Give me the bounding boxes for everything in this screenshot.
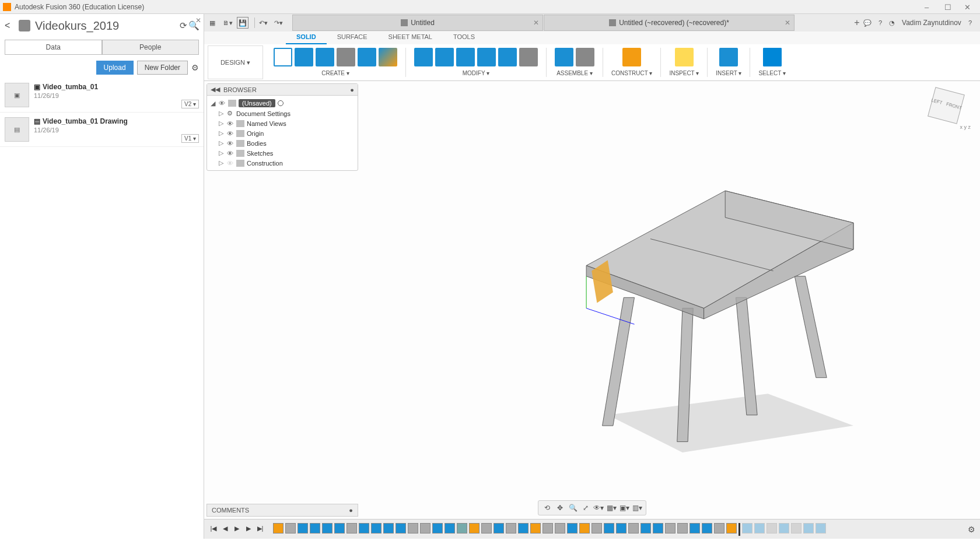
select-icon[interactable] — [763, 48, 782, 66]
chamfer-icon[interactable] — [456, 48, 475, 66]
file-item[interactable]: ▣ ▣Video_tumba_01 11/26/19 V2 ▾ — [0, 78, 204, 113]
zoom-icon[interactable]: 🔍 — [568, 503, 578, 513]
file-version-dropdown[interactable]: V2 ▾ — [181, 100, 199, 108]
timeline-feature[interactable] — [310, 523, 320, 534]
browser-collapse-icon[interactable]: ◀◀ — [211, 86, 220, 93]
draft-icon[interactable] — [498, 48, 517, 66]
ribbon-label[interactable]: CREATE ▾ — [321, 70, 349, 76]
browser-node[interactable]: ▷⚙Document Settings — [208, 108, 356, 118]
ribbon-label[interactable]: INSERT ▾ — [716, 70, 741, 76]
help-icon[interactable]: ? — [878, 19, 882, 26]
timeline-feature[interactable] — [653, 523, 663, 534]
timeline-feature[interactable] — [779, 523, 789, 534]
redo-icon[interactable]: ↷▾ — [272, 17, 284, 29]
back-icon[interactable]: < — [5, 20, 14, 31]
browser-node[interactable]: ▷👁Named Views — [208, 118, 356, 128]
revolve-icon[interactable] — [316, 48, 334, 66]
timeline-next-button[interactable]: ▶ — [244, 525, 253, 534]
timeline-feature[interactable] — [298, 523, 308, 534]
pan-icon[interactable]: ✥ — [555, 503, 565, 513]
timeline-feature[interactable] — [628, 523, 639, 534]
file-item[interactable]: ▤ ▤Video_tumba_01 Drawing 11/26/19 V1 ▾ — [0, 113, 204, 147]
file-menu-icon[interactable]: 🗎▾ — [222, 17, 233, 29]
timeline-feature[interactable] — [371, 523, 382, 534]
tab-close-icon[interactable]: ✕ — [533, 19, 539, 27]
timeline-feature[interactable] — [481, 523, 492, 534]
panel-close-icon[interactable]: ✕ — [195, 16, 201, 24]
ribbon-tab-sheetmetal[interactable]: SHEET METAL — [378, 31, 443, 44]
move-icon[interactable] — [519, 48, 538, 66]
viewcube-face-front[interactable]: FRONT — [946, 101, 963, 111]
file-version-dropdown[interactable]: V1 ▾ — [181, 134, 199, 143]
orbit-icon[interactable]: ⟲ — [542, 503, 552, 513]
timeline-feature[interactable] — [677, 523, 688, 534]
viewcube-face-left[interactable]: LEFT — [930, 97, 943, 106]
timeline-feature[interactable] — [742, 523, 752, 534]
timeline-last-button[interactable]: ▶| — [256, 525, 265, 534]
timeline-feature[interactable] — [726, 523, 737, 534]
browser-node[interactable]: ▷👁Sketches — [208, 148, 356, 158]
ribbon-tab-tools[interactable]: TOOLS — [443, 31, 485, 44]
doc-tab[interactable]: Untitled ✕ — [292, 15, 543, 31]
user-name[interactable]: Vadim Zaynutdinov — [902, 19, 961, 27]
timeline-feature[interactable] — [690, 523, 700, 534]
timeline-feature[interactable] — [665, 523, 676, 534]
doc-tab[interactable]: Untitled (~recovered) (~recovered)* ✕ — [544, 15, 794, 31]
job-status-icon[interactable]: ◔ — [889, 19, 895, 27]
timeline-feature[interactable] — [518, 523, 528, 534]
new-folder-button[interactable]: New Folder — [137, 61, 188, 75]
press-pull-icon[interactable] — [414, 48, 433, 66]
new-component-icon[interactable] — [555, 48, 573, 66]
insert-icon[interactable] — [719, 48, 738, 66]
timeline-feature[interactable] — [285, 523, 296, 534]
save-icon[interactable]: 💾 — [237, 17, 249, 29]
timeline-feature[interactable] — [494, 523, 504, 534]
timeline-feature[interactable] — [408, 523, 418, 534]
undo-icon[interactable]: ↶▾ — [257, 17, 269, 29]
timeline-feature[interactable] — [457, 523, 467, 534]
timeline-feature[interactable] — [273, 523, 284, 534]
timeline-first-button[interactable]: |◀ — [209, 525, 218, 534]
comments-pin-icon[interactable]: ● — [349, 507, 353, 514]
ribbon-tab-surface[interactable]: SURFACE — [327, 31, 378, 44]
timeline-feature[interactable] — [444, 523, 455, 534]
viewports-icon[interactable]: ▥▾ — [632, 503, 642, 513]
help2-icon[interactable]: ? — [968, 19, 972, 26]
comments-panel[interactable]: COMMENTS ● — [206, 504, 358, 517]
timeline-feature[interactable] — [714, 523, 724, 534]
sweep-icon[interactable] — [337, 48, 355, 66]
browser-node[interactable]: ▷👁Construction — [208, 158, 356, 168]
timeline-feature[interactable] — [640, 523, 651, 534]
panel-settings-icon[interactable]: ⚙ — [191, 63, 199, 72]
browser-node[interactable]: ▷👁Bodies — [208, 138, 356, 148]
timeline-feature[interactable] — [359, 523, 369, 534]
ribbon-label[interactable]: MODIFY ▾ — [463, 70, 489, 76]
timeline-feature[interactable] — [803, 523, 814, 534]
ribbon-label[interactable]: INSPECT ▾ — [669, 70, 699, 76]
ribbon-label[interactable]: SELECT ▾ — [758, 70, 786, 76]
timeline-feature[interactable] — [816, 523, 826, 534]
timeline-feature[interactable] — [542, 523, 553, 534]
canvas[interactable]: ◀◀ BROWSER ● ◢👁 (Unsaved) ▷⚙Document Set… — [204, 81, 980, 519]
upload-button[interactable]: Upload — [96, 61, 134, 75]
timeline-feature[interactable] — [322, 523, 332, 534]
timeline-feature[interactable] — [334, 523, 345, 534]
maximize-button[interactable]: ☐ — [944, 3, 953, 11]
browser-node-root[interactable]: ◢👁 (Unsaved) — [208, 98, 356, 108]
timeline-feature[interactable] — [396, 523, 406, 534]
tab-close-icon[interactable]: ✕ — [785, 19, 790, 27]
timeline-feature[interactable] — [469, 523, 480, 534]
timeline-marker[interactable] — [738, 523, 740, 536]
timeline-feature[interactable] — [592, 523, 602, 534]
timeline-feature[interactable] — [530, 523, 541, 534]
timeline-feature[interactable] — [346, 523, 357, 534]
timeline-feature[interactable] — [579, 523, 590, 534]
minimize-button[interactable]: – — [925, 3, 933, 11]
timeline-feature[interactable] — [702, 523, 712, 534]
fit-icon[interactable]: ⤢ — [580, 503, 591, 513]
loft-icon[interactable] — [358, 48, 376, 66]
new-sketch-icon[interactable] — [274, 48, 292, 66]
refresh-icon[interactable]: ⟳ — [178, 20, 188, 31]
browser-pin-icon[interactable]: ● — [350, 86, 354, 93]
look-icon[interactable]: 👁▾ — [593, 503, 604, 513]
